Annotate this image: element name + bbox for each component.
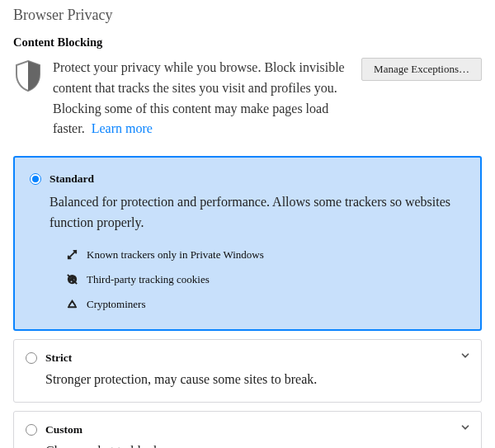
manage-exceptions-button[interactable]: Manage Exceptions… — [361, 58, 482, 81]
standard-feature-list: Known trackers only in Private Windows T… — [66, 248, 462, 311]
option-custom[interactable]: Custom Choose what to block. — [13, 411, 482, 448]
feature-cookies: Third-party tracking cookies — [66, 273, 462, 286]
section-title: Content Blocking — [13, 35, 482, 50]
option-custom-header: Custom — [26, 423, 466, 436]
option-standard-header: Standard — [30, 172, 462, 186]
option-strict[interactable]: Strict Stronger protection, may cause so… — [13, 339, 482, 403]
option-strict-header: Strict — [26, 351, 466, 365]
option-custom-desc: Choose what to block. — [45, 441, 466, 448]
intro-row: Protect your privacy while you browse. B… — [13, 58, 482, 139]
intro-text: Protect your privacy while you browse. B… — [53, 58, 351, 139]
radio-strict[interactable] — [26, 352, 37, 364]
option-custom-title: Custom — [45, 423, 82, 436]
option-standard-desc: Balanced for protection and performance.… — [50, 192, 462, 233]
feature-crypto-label: Cryptominers — [87, 298, 146, 311]
svg-point-3 — [71, 281, 73, 283]
radio-standard[interactable] — [30, 173, 41, 185]
cookie-icon — [66, 273, 78, 285]
chevron-down-icon — [460, 422, 471, 433]
page-title: Browser Privacy — [13, 7, 482, 24]
learn-more-link[interactable]: Learn more — [92, 121, 153, 135]
feature-crypto: Cryptominers — [66, 298, 462, 311]
option-standard[interactable]: Standard Balanced for protection and per… — [13, 156, 482, 331]
option-strict-title: Strict — [45, 351, 72, 365]
shield-icon — [13, 59, 43, 92]
chevron-down-icon — [460, 350, 471, 361]
cryptominer-icon — [66, 298, 78, 310]
feature-trackers-label: Known trackers only in Private Windows — [87, 248, 264, 262]
option-standard-title: Standard — [50, 172, 94, 186]
radio-custom[interactable] — [26, 424, 37, 436]
feature-trackers: Known trackers only in Private Windows — [66, 248, 462, 262]
trackers-icon — [66, 248, 78, 261]
option-strict-desc: Stronger protection, may cause some site… — [45, 370, 466, 390]
feature-cookies-label: Third-party tracking cookies — [87, 273, 210, 286]
